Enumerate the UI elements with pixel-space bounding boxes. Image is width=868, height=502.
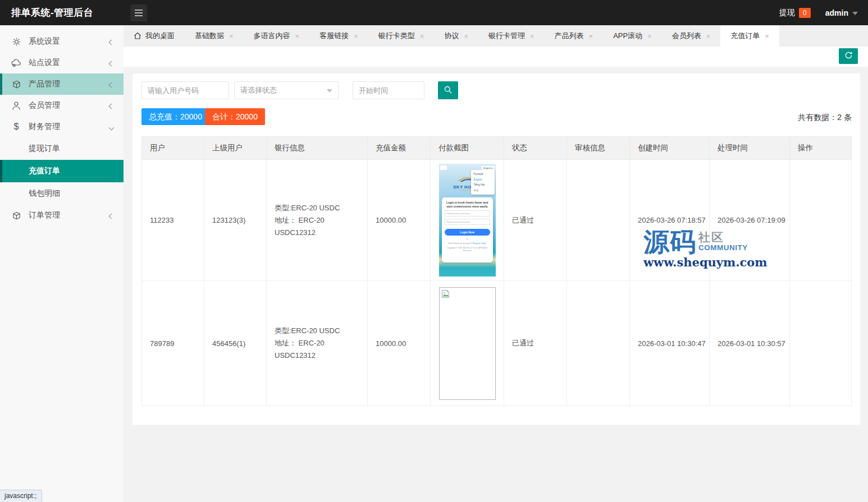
tab-label: 多语言内容 bbox=[254, 31, 290, 41]
tab-product-list[interactable]: 产品列表 × bbox=[545, 25, 604, 47]
sidebar-subitem-recharge-orders[interactable]: 充值订单 bbox=[0, 160, 124, 182]
close-icon[interactable]: × bbox=[765, 33, 769, 40]
tab-label: 银行卡类型 bbox=[378, 31, 415, 41]
status-select[interactable]: 请选择状态 bbox=[234, 81, 339, 99]
chevron-left-icon bbox=[109, 101, 113, 110]
caret-down-icon bbox=[852, 12, 858, 15]
broken-image-icon bbox=[441, 289, 450, 300]
close-icon[interactable]: × bbox=[706, 33, 711, 40]
dollar-icon: $ bbox=[11, 122, 21, 132]
copyright-text: Copyright © 2025 Sky Horse Travel, All R… bbox=[445, 247, 490, 252]
close-icon[interactable]: × bbox=[354, 33, 358, 40]
search-button[interactable] bbox=[438, 81, 458, 99]
close-icon[interactable]: × bbox=[420, 33, 424, 40]
cell-payment-screenshot: English ▾ Русский English Tiếng Việt 中文 … bbox=[431, 160, 504, 281]
content-panel: 请选择状态 总充值：20000 合计：20000 共有数据：2 条 用户 上级用… bbox=[133, 73, 860, 425]
withdraw-label: 提现 bbox=[779, 8, 795, 18]
password-field: Please enter password bbox=[445, 219, 490, 225]
chevron-left-icon bbox=[109, 58, 113, 67]
column-header-created-time: 创建时间 bbox=[630, 137, 710, 160]
cell-processed-time: 2026-03-01 10:30:57 bbox=[710, 281, 790, 406]
tab-label: 我的桌面 bbox=[145, 31, 175, 41]
admin-dropdown[interactable]: admin bbox=[825, 8, 858, 17]
withdraw-link[interactable]: 提现 0 bbox=[779, 8, 811, 18]
cell-amount: 10000.00 bbox=[368, 281, 431, 406]
refresh-button[interactable] bbox=[839, 48, 858, 64]
bank-address: 地址： ERC-20 USDC12312 bbox=[275, 214, 367, 239]
column-header-parent-user: 上级用户 bbox=[204, 137, 267, 160]
language-option: English bbox=[471, 177, 495, 183]
header-right: 提现 0 admin bbox=[779, 0, 858, 25]
sidebar-item-product-management[interactable]: 产品管理 bbox=[0, 73, 124, 95]
table-row: 789789 456456(1) 类型:ERC-20 USDC 地址： ERC-… bbox=[142, 281, 852, 406]
cell-bank-info: 类型:ERC-20 USDC 地址： ERC-20 USDC12312 bbox=[267, 281, 368, 406]
cell-created-time: 2026-03-01 10:30:47 bbox=[630, 281, 710, 406]
column-header-status: 状态 bbox=[504, 137, 567, 160]
sidebar-item-label: 站点设置 bbox=[29, 58, 60, 68]
cell-bank-info: 类型:ERC-20 USDC 地址： ERC-20 USDC12312 bbox=[267, 160, 368, 281]
close-icon[interactable]: × bbox=[647, 33, 652, 40]
tab-bar: 我的桌面 基础数据 × 多语言内容 × 客服链接 × 银行卡类型 × 协议 × … bbox=[124, 25, 868, 47]
sidebar-item-site-settings[interactable]: 站点设置 bbox=[0, 52, 124, 73]
register-prefix: Don't have an account? bbox=[448, 242, 472, 245]
table-row: 112233 123123(3) 类型:ERC-20 USDC 地址： ERC-… bbox=[142, 160, 852, 281]
cell-audit-info bbox=[567, 281, 630, 406]
sidebar-item-system-settings[interactable]: 系统设置 bbox=[0, 31, 124, 52]
tab-member-list[interactable]: 会员列表 × bbox=[662, 25, 721, 47]
user-number-input[interactable] bbox=[141, 81, 229, 99]
cell-payment-screenshot bbox=[431, 281, 504, 406]
tab-app-scroll[interactable]: APP滚动 × bbox=[603, 25, 662, 47]
screenshot-login-card: Login to book hotels faster and earn com… bbox=[442, 197, 493, 262]
tab-customer-service-link[interactable]: 客服链接 × bbox=[309, 25, 368, 47]
sidebar-subitem-label: 钱包明细 bbox=[29, 188, 60, 199]
cell-created-time: 2026-03-26 07:18:57 bbox=[630, 160, 710, 281]
tab-basic-data[interactable]: 基础数据 × bbox=[185, 25, 244, 47]
sidebar-item-label: 会员管理 bbox=[29, 100, 60, 110]
column-header-payment-screenshot: 付款截图 bbox=[431, 137, 504, 160]
refresh-icon bbox=[844, 51, 853, 61]
screenshot-mini-logo bbox=[440, 165, 447, 170]
tab-label: APP滚动 bbox=[613, 31, 642, 41]
recharge-orders-table: 用户 上级用户 银行信息 充值金额 付款截图 状态 审核信息 创建时间 处理时间… bbox=[141, 136, 852, 406]
tab-my-desktop[interactable]: 我的桌面 bbox=[124, 25, 185, 47]
sidebar-item-finance-management[interactable]: $ 财务管理 bbox=[0, 116, 124, 137]
column-header-bank-info: 银行信息 bbox=[267, 137, 368, 160]
tab-recharge-orders[interactable]: 充值订单 × bbox=[720, 25, 779, 47]
cell-parent-user: 123123(3) bbox=[204, 160, 267, 281]
app-title: 排单系统-管理后台 bbox=[11, 0, 93, 25]
sidebar-item-order-management[interactable]: 订单管理 bbox=[0, 205, 124, 226]
close-icon[interactable]: × bbox=[229, 33, 234, 40]
cell-parent-user: 456456(1) bbox=[204, 281, 267, 406]
sidebar-item-member-management[interactable]: 会员管理 bbox=[0, 95, 124, 116]
home-icon bbox=[134, 32, 141, 40]
tab-label: 协议 bbox=[444, 31, 459, 41]
tab-label: 会员列表 bbox=[672, 31, 701, 41]
cell-status: 已通过 bbox=[504, 281, 567, 406]
tab-agreement[interactable]: 协议 × bbox=[434, 25, 478, 47]
payment-screenshot-thumbnail[interactable]: English ▾ Русский English Tiếng Việt 中文 … bbox=[439, 164, 496, 277]
admin-username: admin bbox=[825, 8, 848, 17]
close-icon[interactable]: × bbox=[464, 33, 468, 40]
column-header-amount: 充值金额 bbox=[368, 137, 431, 160]
tab-bank-card-management[interactable]: 银行卡管理 × bbox=[478, 25, 545, 47]
sidebar-item-label: 订单管理 bbox=[29, 210, 60, 220]
tab-multilanguage[interactable]: 多语言内容 × bbox=[244, 25, 310, 47]
user-icon bbox=[11, 100, 21, 110]
close-icon[interactable]: × bbox=[589, 33, 593, 40]
close-icon[interactable]: × bbox=[295, 33, 300, 40]
start-time-input[interactable] bbox=[353, 81, 424, 99]
sidebar-toggle-button[interactable] bbox=[130, 4, 147, 21]
register-link: Register Now bbox=[473, 242, 486, 245]
broken-image-placeholder[interactable] bbox=[439, 287, 496, 400]
bank-type: 类型:ERC-20 USDC bbox=[275, 202, 367, 214]
tab-bank-card-type[interactable]: 银行卡类型 × bbox=[368, 25, 435, 47]
tab-label: 产品列表 bbox=[555, 31, 584, 41]
sidebar-subitem-wallet-details[interactable]: 钱包明细 bbox=[0, 182, 124, 205]
chevron-left-icon bbox=[109, 80, 113, 89]
data-count-text: 共有数据：2 条 bbox=[798, 113, 852, 123]
language-option: Tiếng Việt bbox=[471, 182, 495, 188]
sidebar-subitem-withdraw-orders[interactable]: 提现订单 bbox=[0, 137, 124, 160]
close-icon[interactable]: × bbox=[530, 33, 534, 40]
column-header-actions: 操作 bbox=[790, 137, 852, 160]
sidebar-item-label: 产品管理 bbox=[29, 79, 60, 89]
